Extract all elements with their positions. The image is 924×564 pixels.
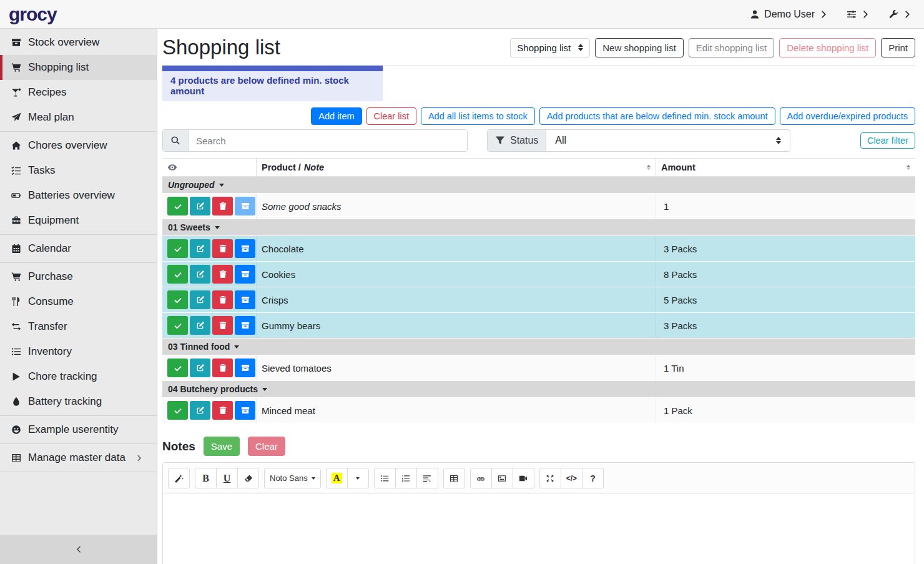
- underline-button[interactable]: U: [216, 468, 238, 488]
- product-column-header[interactable]: Product /Note: [256, 159, 656, 176]
- add-all-to-stock-button[interactable]: Add all list items to stock: [421, 107, 535, 125]
- delete-button[interactable]: [212, 401, 233, 420]
- sidebar-item-transfer[interactable]: Transfer: [0, 314, 157, 339]
- filter-row: Status All Clear filter: [162, 129, 915, 152]
- sidebar-item-battery-tracking[interactable]: Battery tracking: [0, 389, 157, 414]
- done-button[interactable]: [167, 316, 188, 335]
- done-button[interactable]: [167, 359, 188, 377]
- min-stock-alert[interactable]: 4 products are below defined min. stock …: [162, 66, 383, 101]
- edit-button[interactable]: [190, 359, 210, 377]
- sidebar-item-meal-plan[interactable]: Meal plan: [0, 105, 157, 130]
- sidebar-item-chore-tracking[interactable]: Chore tracking: [0, 364, 157, 389]
- sidebar-item-tasks[interactable]: Tasks: [0, 158, 157, 183]
- bold-button[interactable]: B: [195, 468, 217, 488]
- min-stock-alert-bar: [162, 66, 383, 71]
- help-button[interactable]: ?: [582, 468, 604, 488]
- search-input[interactable]: [189, 130, 467, 151]
- add-overdue-expired-button[interactable]: Add overdue/expired products: [780, 107, 915, 125]
- sidebar-item-recipes[interactable]: Recipes: [0, 80, 157, 105]
- add-below-min-stock-button[interactable]: Add products that are below defined min.…: [539, 107, 775, 125]
- done-button[interactable]: [167, 197, 188, 215]
- clear-filter-button[interactable]: Clear filter: [860, 132, 915, 149]
- settings-menu[interactable]: [847, 9, 871, 19]
- product-cell: Some good snacks: [256, 194, 656, 219]
- edit-button[interactable]: [190, 401, 210, 420]
- caret-down-icon: [215, 226, 220, 229]
- add-to-stock-button[interactable]: [235, 290, 255, 309]
- save-notes-button[interactable]: Save: [204, 437, 240, 456]
- delete-shopping-list-button[interactable]: Delete shopping list: [779, 38, 876, 57]
- add-to-stock-button[interactable]: [235, 401, 255, 420]
- notes-editor-area[interactable]: [163, 494, 915, 564]
- sidebar-item-batteries-overview[interactable]: Batteries overview: [0, 183, 157, 208]
- sidebar-item-shopping-list[interactable]: Shopping list: [0, 55, 157, 80]
- table-group-header[interactable]: 04 Butchery products: [162, 381, 915, 398]
- edit-shopping-list-button[interactable]: Edit shopping list: [689, 38, 774, 57]
- edit-button[interactable]: [190, 197, 210, 215]
- fullscreen-button[interactable]: [539, 468, 561, 488]
- add-to-stock-button[interactable]: [235, 265, 255, 284]
- edit-button[interactable]: [190, 265, 210, 284]
- add-item-button[interactable]: Add item: [311, 107, 361, 125]
- clear-list-button[interactable]: Clear list: [366, 107, 416, 125]
- sidebar-item-stock-overview[interactable]: Stock overview: [0, 30, 157, 55]
- edit-button[interactable]: [190, 290, 210, 309]
- new-shopping-list-button[interactable]: New shopping list: [595, 38, 684, 57]
- sidebar-item-inventory[interactable]: Inventory: [0, 339, 157, 364]
- shopping-list-item-row: Sieved tomatoes1 Tin: [162, 355, 915, 381]
- sidebar-item-example-userentity[interactable]: Example userentity: [0, 417, 157, 442]
- unordered-list-button[interactable]: [374, 468, 396, 488]
- insert-table-button[interactable]: [443, 468, 465, 488]
- admin-menu[interactable]: [888, 9, 913, 19]
- font-family-select[interactable]: Noto Sans: [264, 468, 321, 488]
- table-group-header[interactable]: 01 Sweets: [162, 219, 915, 236]
- delete-button[interactable]: [212, 239, 233, 258]
- insert-link-button[interactable]: [470, 468, 492, 488]
- edit-button[interactable]: [190, 239, 210, 258]
- add-to-stock-button[interactable]: [235, 239, 255, 258]
- done-button[interactable]: [167, 401, 188, 420]
- sidebar-item-equipment[interactable]: Equipment: [0, 208, 157, 233]
- sidebar-collapse-button[interactable]: [0, 535, 157, 564]
- user-menu[interactable]: Demo User: [750, 9, 829, 20]
- trash-icon: [219, 270, 227, 279]
- status-filter-select[interactable]: All: [546, 130, 790, 151]
- table-group-header[interactable]: Ungrouped: [162, 177, 915, 194]
- table-group-header[interactable]: 03 Tinned food: [162, 339, 915, 355]
- delete-button[interactable]: [212, 265, 233, 284]
- product-name: Gummy bears: [262, 320, 320, 331]
- add-to-stock-button[interactable]: [235, 197, 255, 215]
- text-color-button[interactable]: A: [326, 468, 348, 488]
- stock-box-icon: [241, 244, 250, 253]
- visibility-column-header[interactable]: [162, 159, 256, 176]
- done-button[interactable]: [167, 290, 188, 309]
- paragraph-button[interactable]: [416, 468, 438, 488]
- sidebar-item-manage-master-data[interactable]: Manage master data: [0, 445, 157, 470]
- add-to-stock-button[interactable]: [235, 359, 255, 377]
- insert-picture-icon: [498, 474, 506, 483]
- done-button[interactable]: [167, 265, 188, 284]
- amount-column-header[interactable]: Amount: [656, 159, 915, 176]
- insert-picture-button[interactable]: [491, 468, 513, 488]
- sidebar-item-calendar[interactable]: Calendar: [0, 236, 157, 261]
- print-button[interactable]: Print: [881, 38, 915, 57]
- delete-button[interactable]: [212, 316, 233, 335]
- delete-button[interactable]: [212, 359, 233, 377]
- text-color-caret[interactable]: [347, 468, 369, 488]
- shopping-list-select[interactable]: Shopping list: [510, 38, 590, 57]
- ordered-list-button[interactable]: [395, 468, 417, 488]
- done-button[interactable]: [167, 239, 188, 258]
- insert-video-button[interactable]: [513, 468, 534, 488]
- sidebar-item-purchase[interactable]: Purchase: [0, 264, 157, 289]
- edit-button[interactable]: [190, 316, 210, 335]
- add-to-stock-button[interactable]: [235, 316, 255, 335]
- app-logo[interactable]: grocy: [9, 4, 57, 25]
- clear-formatting-button[interactable]: [237, 468, 259, 488]
- code-view-button[interactable]: </>: [561, 468, 582, 488]
- sidebar-item-chores-overview[interactable]: Chores overview: [0, 133, 157, 158]
- style-button[interactable]: [168, 468, 190, 488]
- delete-button[interactable]: [212, 197, 233, 215]
- clear-notes-button[interactable]: Clear: [248, 437, 285, 456]
- delete-button[interactable]: [212, 290, 233, 309]
- sidebar-item-consume[interactable]: Consume: [0, 289, 157, 314]
